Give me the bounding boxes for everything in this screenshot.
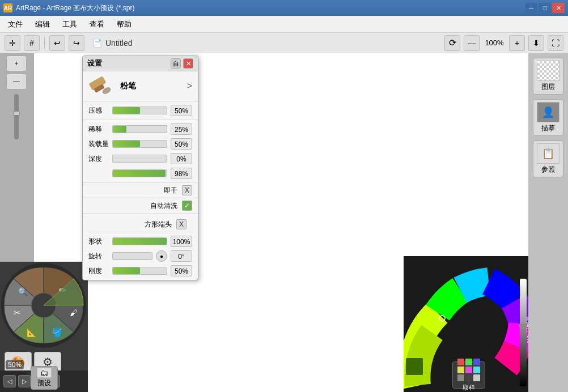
pressure-row: 压感 50% [88, 105, 192, 116]
pressure-label: 压感 [88, 106, 109, 116]
maximize-button[interactable]: □ [539, 3, 551, 13]
color-panel: 金属性 0% 取样 [404, 256, 528, 392]
shape-header-row: 方形端头 X [88, 217, 192, 232]
reference-label: 参照 [541, 165, 555, 174]
svg-rect-14 [520, 279, 527, 386]
load-slider[interactable] [112, 140, 167, 148]
titlebar: AR ArtRage - ArtRage 画布大小预设 (*.spr) ─ □ … [0, 0, 568, 16]
tracing-button[interactable]: 👤 描摹 [533, 99, 563, 136]
toolbar: ✛ # ↩ ↪ 📄 Untitled ⟳ — 100% + ⬇ ⛶ [0, 33, 568, 53]
menu-view[interactable]: 查看 [84, 17, 110, 32]
main-area: + — ✏ 🖌 🪣 📐 ✂ 🔍 [0, 53, 568, 392]
sampling-label: 取样 [463, 384, 475, 392]
stiffness-slider[interactable] [112, 267, 167, 275]
pressure-fill [113, 107, 140, 114]
grid-button[interactable]: # [24, 35, 40, 51]
stiffness-value: 50% [171, 265, 192, 276]
shape-header-label: 方形端头 [145, 220, 172, 229]
dilution-fill [113, 126, 126, 133]
shape-slider[interactable] [112, 237, 167, 245]
preset-label: 预设 [37, 378, 51, 388]
menu-edit[interactable]: 编辑 [29, 17, 56, 32]
tool-wheel[interactable]: ✏ 🖌 🪣 📐 ✂ 🔍 [0, 262, 88, 350]
extra-value: 98% [171, 168, 192, 179]
reference-button[interactable]: 📋 参照 [533, 140, 563, 177]
rotation-value: 0° [171, 250, 192, 262]
pressure-value: 50% [171, 105, 192, 116]
menubar: 文件 编辑 工具 查看 帮助 [0, 16, 568, 33]
next-button[interactable]: ▷ [18, 375, 31, 387]
dilution-value: 25% [171, 123, 192, 135]
prev-button[interactable]: ◁ [3, 375, 16, 387]
app-title: ArtRage - ArtRage 画布大小预设 (*.spr) [16, 3, 522, 13]
zoom-level: 100% [483, 39, 506, 47]
fullscreen-button[interactable]: ⛶ [548, 35, 563, 51]
reference-icon: 📋 [537, 143, 559, 164]
rotate-button[interactable]: ⟳ [444, 35, 460, 51]
svg-text:🔍: 🔍 [18, 287, 28, 297]
layers-button[interactable]: 图层 [533, 58, 563, 95]
svg-text:🖌: 🖌 [70, 308, 78, 317]
size-slider[interactable] [14, 94, 19, 139]
menu-file[interactable]: 文件 [2, 17, 28, 32]
zoom-out-left[interactable]: — [6, 74, 27, 90]
tool-preview: 粉笔 > [83, 71, 198, 101]
extra-slider[interactable] [112, 169, 167, 177]
load-row: 装载量 50% [88, 138, 192, 150]
instant-dry-check[interactable]: X [182, 185, 192, 195]
minimize-button[interactable]: ─ [525, 3, 537, 13]
svg-text:金属性 0%: 金属性 0% [526, 316, 528, 343]
right-panel: 图层 👤 描摹 📋 参照 [528, 53, 568, 392]
close-button[interactable]: ✕ [552, 3, 565, 13]
shape-label: 形状 [88, 237, 109, 246]
settings-close-button[interactable]: ✕ [183, 58, 193, 69]
doc-icon: 📄 [92, 39, 102, 48]
tracing-label: 描摹 [541, 123, 555, 133]
bottom-strip: ◁ ▷ T 🖊 🗂 预设 [0, 370, 88, 392]
pressure-slider[interactable] [112, 106, 167, 114]
toolbar-separator [44, 37, 45, 49]
settings-pin-button[interactable]: 自 [171, 58, 181, 69]
dilution-slider[interactable] [112, 125, 167, 133]
rotation-slider[interactable] [112, 252, 152, 260]
shape-check[interactable]: X [176, 219, 186, 229]
svg-text:✂: ✂ [14, 308, 20, 317]
depth-slider[interactable] [112, 155, 167, 163]
rotation-dial[interactable]: ● [156, 250, 167, 262]
move-tool-button[interactable]: ✛ [5, 35, 20, 51]
document-title-area: 📄 Untitled [92, 39, 132, 48]
preset-button[interactable]: 🗂 预设 [31, 366, 58, 390]
shape-row: 形状 100% [88, 236, 192, 247]
menu-help[interactable]: 帮助 [111, 17, 137, 32]
auto-clean-check[interactable]: ✓ [182, 201, 192, 211]
rotation-row: 旋转 ● 0° [88, 250, 192, 262]
zoom-label: 50% [6, 360, 24, 369]
app-icon: AR [3, 3, 12, 12]
zoom-in-button[interactable]: + [509, 35, 525, 51]
zoom-out-button[interactable]: — [464, 35, 480, 51]
toolbar-right: ⟳ — 100% + ⬇ ⛶ [444, 35, 563, 51]
undo-button[interactable]: ↩ [49, 35, 65, 51]
document-title: Untitled [105, 39, 132, 48]
zoom-in-left[interactable]: + [6, 56, 27, 71]
redo-button[interactable]: ↪ [69, 35, 84, 51]
sampling-button[interactable]: 取样 [452, 361, 485, 389]
layers-icon [537, 61, 559, 81]
layers-label: 图层 [541, 82, 555, 92]
stiffness-row: 刚度 50% [88, 265, 192, 276]
export-button[interactable]: ⬇ [528, 35, 544, 51]
load-fill [113, 140, 140, 147]
menu-tools[interactable]: 工具 [57, 17, 83, 32]
auto-clean-label: 自动清洗 [150, 201, 177, 211]
depth-value: 0% [171, 153, 192, 164]
window-controls: ─ □ ✕ [525, 3, 565, 13]
svg-rect-12 [406, 358, 423, 375]
bottom-left-panel: ✏ 🖌 🪣 📐 ✂ 🔍 🎨 贴纸 ⚙ 型板 50% ◁ [0, 262, 88, 392]
tool-arrow[interactable]: > [187, 81, 192, 91]
shape-value: 100% [171, 236, 192, 247]
settings-header-buttons: 自 ✕ [171, 58, 193, 69]
instant-dry-label: 即干 [164, 186, 177, 195]
sampling-icon [457, 359, 480, 381]
tracing-icon: 👤 [537, 102, 559, 122]
shape-section: 方形端头 X 形状 100% 旋转 ● 0° [83, 214, 198, 280]
